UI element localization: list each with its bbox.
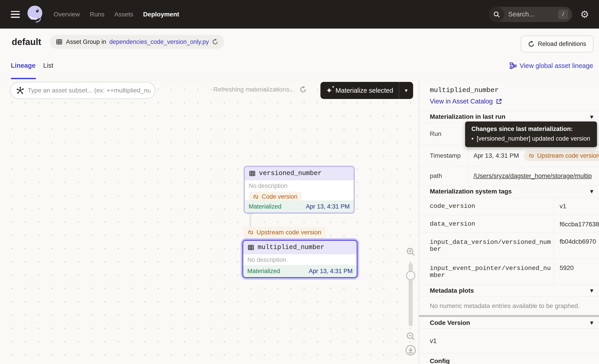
code-version-change-icon	[247, 229, 254, 235]
section-code-version[interactable]: Code Version ▾	[419, 317, 599, 329]
path-label: path	[419, 166, 468, 185]
zoom-slider-handle[interactable]	[406, 271, 415, 280]
view-global-asset-lineage-link[interactable]: View global asset lineage	[509, 62, 593, 69]
chevron-down-icon[interactable]: ▾	[590, 113, 593, 120]
asset-subset-input[interactable]	[28, 87, 150, 94]
tooltip-title: Changes since last materialization:	[471, 126, 591, 132]
section-metadata-plots[interactable]: Metadata plots ▾	[419, 285, 599, 296]
page-header: default Asset Group in dependencies_code…	[0, 29, 599, 55]
materialized-status: Materialized	[249, 203, 282, 210]
refresh-status: Refreshing materializations...	[213, 86, 307, 93]
materialize-options-caret[interactable]: ▾	[399, 87, 413, 94]
nav-item-overview[interactable]: Overview	[53, 11, 80, 18]
code-version-value: v1	[419, 329, 599, 353]
nav-item-deployment[interactable]: Deployment	[143, 11, 179, 18]
refreshing-spinner-icon[interactable]	[300, 86, 307, 93]
tabs-bar: Lineage List View global asset lineage	[0, 55, 599, 80]
timestamp-row: Timestamp Apr 13, 4:31 PM Upstream code …	[419, 145, 599, 166]
top-navbar: Overview Runs Assets Deployment / ⚙	[0, 0, 599, 29]
global-search[interactable]: /	[489, 7, 572, 22]
settings-gear-icon[interactable]: ⚙	[580, 9, 589, 19]
dagster-logo[interactable]	[26, 5, 44, 24]
asset-name: multiplied_number	[258, 244, 324, 251]
tag-value: 5920	[554, 259, 599, 285]
tag-key: data_version	[419, 215, 554, 232]
nav-item-runs[interactable]: Runs	[90, 11, 104, 18]
asset-group-file-link[interactable]: dependencies_code_version_only.py	[109, 38, 209, 45]
bullet-glyph: •	[471, 135, 474, 142]
asset-graph-filter-icon	[16, 86, 25, 95]
asset-node-header: versioned_number	[245, 167, 354, 180]
asset-status-footer: Materialized Apr 13, 4:31 PM	[245, 200, 354, 213]
code-version-change-icon	[253, 194, 259, 200]
asset-subset-filter[interactable]	[10, 82, 155, 99]
tag-key: input_event_pointer/versioned_number	[419, 259, 554, 285]
chevron-down-icon[interactable]: ▾	[590, 287, 593, 294]
system-tag-row: data_version f6ccba177638	[419, 215, 599, 233]
section-materialization-last-run[interactable]: Materialization in last run ▾	[419, 111, 599, 123]
chevron-down-icon[interactable]: ▾	[590, 319, 593, 326]
panel-asset-name: multiplied_number	[430, 87, 599, 94]
timestamp-label: Timestamp	[419, 145, 468, 166]
run-label: Run	[419, 123, 468, 145]
asset-description: No description	[249, 182, 350, 190]
tab-lineage[interactable]: Lineage	[11, 62, 35, 69]
search-icon	[489, 7, 504, 22]
timestamp-value: Apr 13, 4:31 PM	[474, 152, 519, 159]
changes-tooltip: Changes since last materialization: • [v…	[465, 121, 597, 147]
zoom-in-icon[interactable]	[405, 247, 416, 257]
asset-lineage-canvas[interactable]: Refreshing materializations... ✦✦ Materi…	[0, 80, 419, 364]
sparkle-icon: ✦✦	[326, 87, 333, 94]
section-config[interactable]: Config	[419, 353, 599, 364]
chevron-down-icon[interactable]: ▾	[590, 188, 593, 195]
asset-detail-panel: multiplied_number View in Asset Catalog …	[419, 80, 599, 364]
reload-icon	[528, 41, 535, 47]
search-input[interactable]	[504, 11, 558, 18]
system-tag-row: input_event_pointer/versioned_number 592…	[419, 259, 599, 285]
active-tab-underline	[11, 78, 36, 79]
hamburger-menu-icon[interactable]	[11, 11, 20, 18]
refresh-icon[interactable]	[212, 39, 218, 45]
tag-value: v1	[554, 197, 599, 215]
asset-node-versioned-number[interactable]: versioned_number No description Code ver…	[244, 166, 355, 214]
download-image-icon[interactable]	[405, 345, 416, 356]
asset-name: versioned_number	[259, 170, 322, 177]
reload-definitions-button[interactable]: Reload definitions	[521, 35, 593, 52]
asset-group-badge: Asset Group in dependencies_code_version…	[50, 35, 224, 49]
tab-list[interactable]: List	[43, 62, 53, 69]
materialized-timestamp: Apr 13, 4:31 PM	[306, 203, 350, 210]
asset-node-multiplied-number[interactable]: multiplied_number No description Materia…	[242, 240, 358, 278]
tag-key: code_version	[419, 197, 554, 215]
table-grid-icon	[56, 38, 63, 45]
table-grid-icon	[249, 170, 256, 177]
code-version-change-icon	[528, 153, 534, 159]
page-title: default	[12, 37, 41, 47]
materialize-selected-button[interactable]: ✦✦ Materialize selected ▾	[320, 82, 413, 99]
path-row: path /Users/sryza/dagster_home/storage/m…	[419, 166, 599, 186]
upstream-code-version-tag[interactable]: Upstream code version	[243, 227, 326, 238]
nav-menu: Overview Runs Assets Deployment	[53, 11, 179, 18]
tag-key: input_data_version/versioned_number	[419, 233, 554, 259]
lineage-graph-icon	[509, 62, 517, 69]
asset-node-header: multiplied_number	[243, 241, 357, 254]
section-materialization-system-tags[interactable]: Materialization system tags ▾	[419, 186, 599, 197]
system-tag-row: input_data_version/versioned_number fb04…	[419, 233, 599, 259]
upstream-code-version-badge[interactable]: Upstream code version	[524, 150, 599, 161]
nav-item-assets[interactable]: Assets	[114, 11, 133, 18]
path-link[interactable]: /Users/sryza/dagster_home/storage/multip	[474, 172, 592, 180]
system-tag-row: code_version v1	[419, 197, 599, 215]
zoom-slider[interactable]	[409, 263, 413, 326]
asset-description: No description	[247, 256, 352, 263]
search-shortcut-badge: /	[558, 9, 568, 19]
asset-status-footer: Materialized Apr 13, 4:31 PM	[243, 265, 357, 277]
tag-value: fb04dcb6970	[554, 233, 599, 259]
external-link-icon	[495, 98, 502, 105]
tooltip-item: [versioned_number] updated code version	[476, 135, 590, 142]
view-in-asset-catalog-link[interactable]: View in Asset Catalog	[430, 98, 502, 105]
materialized-timestamp: Apr 13, 4:31 PM	[309, 268, 352, 275]
zoom-out-icon[interactable]	[405, 331, 416, 341]
table-grid-icon	[247, 244, 255, 251]
materialized-status: Materialized	[247, 268, 280, 275]
panel-section-splitter[interactable]	[419, 315, 599, 317]
tag-value: f6ccba177638	[554, 215, 599, 232]
